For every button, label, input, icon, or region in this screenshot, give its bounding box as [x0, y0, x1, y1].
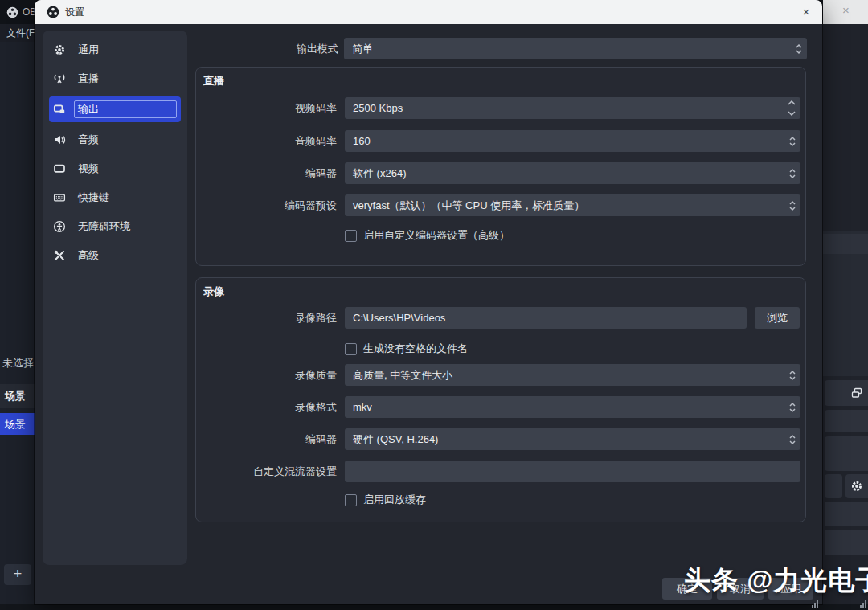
combo-arrows-icon[interactable] — [788, 135, 796, 148]
accessibility-icon — [53, 220, 68, 233]
no-spaces-checkbox[interactable] — [345, 343, 357, 355]
tools-icon — [53, 249, 68, 262]
dock-button-7[interactable] — [825, 530, 868, 555]
sidebar-item-label: 音频 — [74, 131, 177, 149]
copy-icon — [850, 387, 863, 399]
audio-bitrate-select[interactable]: 160 — [345, 130, 800, 152]
sidebar-item-label: 高级 — [74, 247, 177, 264]
dock-button-settings[interactable] — [845, 474, 868, 498]
recording-quality-label: 录像质量 — [196, 364, 337, 386]
broadcast-icon — [53, 72, 68, 85]
stats-bars-icon — [812, 599, 818, 608]
custom-muxer-input[interactable] — [345, 461, 800, 482]
combo-arrows-icon[interactable] — [788, 401, 796, 414]
no-spaces-checkbox-label: 生成没有空格的文件名 — [363, 342, 468, 356]
add-scene-button[interactable]: + — [4, 564, 31, 585]
dock-button-6[interactable] — [825, 502, 868, 526]
audio-bitrate-label: 音频码率 — [196, 130, 337, 152]
right-dock-list-item — [823, 234, 868, 254]
browse-button[interactable]: 浏览 — [755, 307, 800, 329]
right-dock-panel — [823, 231, 868, 376]
recording-format-value: mkv — [353, 401, 372, 413]
scene-list-item[interactable]: 场景 — [0, 413, 35, 435]
scenes-dock-header: 场景 — [0, 384, 35, 408]
main-window-close-icon[interactable]: × — [842, 3, 850, 17]
sidebar-item-accessibility[interactable]: 无障碍环境 — [49, 215, 181, 238]
sidebar-item-audio[interactable]: 音频 — [49, 129, 181, 151]
combo-arrows-icon[interactable] — [788, 199, 796, 212]
main-window-topright: × — [823, 0, 868, 24]
recording-encoder-label: 编码器 — [196, 428, 337, 450]
combo-arrows-icon[interactable] — [788, 433, 796, 446]
video-bitrate-spinner[interactable]: 2500 Kbps — [345, 97, 800, 119]
settings-dialog: 设置 × 通用 直播 输出 音频 视频 — [35, 0, 822, 604]
recording-path-input[interactable] — [345, 307, 747, 329]
sidebar-item-label: 输出 — [74, 100, 177, 118]
dialog-titlebar[interactable]: 设置 × — [35, 0, 822, 24]
stream-encoder-select[interactable]: 软件 (x264) — [345, 162, 800, 184]
spinner-up-icon[interactable] — [788, 100, 796, 105]
main-window-left-strip: 未选择 场景 场景 + — [0, 42, 35, 604]
sidebar-item-advanced[interactable]: 高级 — [49, 244, 181, 267]
scenes-dock-title: 场景 — [5, 389, 26, 403]
dialog-title: 设置 — [65, 6, 84, 19]
recording-quality-value: 高质量, 中等文件大小 — [353, 369, 452, 381]
sidebar-item-label: 无障碍环境 — [74, 218, 177, 235]
sidebar-item-output[interactable]: 输出 — [49, 96, 181, 122]
settings-sidebar: 通用 直播 输出 音频 视频 快捷键 — [43, 31, 187, 565]
obs-logo-icon — [47, 6, 59, 18]
custom-muxer-label: 自定义混流器设置 — [196, 461, 337, 482]
replay-buffer-checkbox[interactable] — [345, 494, 357, 506]
stats-bars-icon — [860, 599, 866, 608]
video-bitrate-label: 视频码率 — [196, 97, 337, 119]
sidebar-item-video[interactable]: 视频 — [49, 158, 181, 180]
dock-button-4[interactable] — [825, 474, 842, 498]
audio-bitrate-value: 160 — [353, 135, 371, 147]
obs-logo-icon — [6, 6, 18, 18]
recording-path-label: 录像路径 — [196, 307, 337, 329]
no-selection-label: 未选择 — [2, 356, 34, 371]
sidebar-item-hotkeys[interactable]: 快捷键 — [49, 186, 181, 209]
encoder-preset-label: 编码器预设 — [196, 194, 337, 216]
menu-file[interactable]: 文件(F) — [0, 24, 35, 42]
recording-group-title: 录像 — [203, 285, 224, 299]
dock-button-2[interactable] — [825, 410, 868, 432]
stream-encoder-value: 软件 (x264) — [353, 167, 406, 179]
encoder-preset-value: veryfast（默认）（中等 CPU 使用率，标准质量） — [353, 199, 584, 211]
speaker-icon — [53, 133, 68, 146]
stream-group: 直播 视频码率 2500 Kbps 音频码率 160 编码器 — [195, 67, 806, 266]
custom-encoder-checkbox-label: 启用自定义编码器设置（高级） — [363, 228, 510, 243]
sidebar-item-general[interactable]: 通用 — [49, 39, 181, 61]
dock-button-3[interactable] — [825, 436, 868, 471]
combo-arrows-icon[interactable] — [788, 369, 796, 382]
output-icon — [53, 103, 68, 116]
status-bar — [0, 604, 868, 610]
sidebar-item-label: 直播 — [74, 70, 177, 88]
output-mode-label: 输出模式 — [190, 38, 338, 59]
sidebar-item-stream[interactable]: 直播 — [49, 68, 181, 90]
screen: OB 文件(F) 未选择 场景 场景 + × — [0, 0, 868, 610]
encoder-preset-select[interactable]: veryfast（默认）（中等 CPU 使用率，标准质量） — [345, 194, 800, 216]
watermark: 头条 @力光电子 — [684, 563, 868, 599]
dock-button-duplicate[interactable] — [825, 380, 868, 406]
output-mode-value: 简单 — [352, 43, 373, 55]
output-mode-select[interactable]: 简单 — [344, 38, 807, 59]
custom-encoder-checkbox[interactable] — [345, 230, 357, 242]
recording-encoder-value: 硬件 (QSV, H.264) — [353, 433, 438, 445]
gear-icon — [53, 43, 68, 56]
dialog-close-icon[interactable]: × — [796, 2, 816, 22]
combo-arrows-icon[interactable] — [795, 43, 803, 55]
recording-format-label: 录像格式 — [196, 396, 337, 418]
recording-encoder-select[interactable]: 硬件 (QSV, H.264) — [345, 428, 800, 450]
recording-group: 录像 录像路径 浏览 生成没有空格的文件名 录像质量 高质量, 中等文件大小 录… — [195, 277, 806, 522]
sidebar-item-label: 快捷键 — [74, 189, 177, 207]
stream-group-title: 直播 — [203, 74, 224, 88]
replay-buffer-checkbox-label: 启用回放缓存 — [363, 493, 426, 507]
keyboard-icon — [53, 191, 68, 204]
combo-arrows-icon[interactable] — [788, 167, 796, 180]
recording-format-select[interactable]: mkv — [345, 396, 800, 418]
recording-quality-select[interactable]: 高质量, 中等文件大小 — [345, 364, 800, 386]
sidebar-item-label: 通用 — [74, 41, 177, 59]
spinner-down-icon[interactable] — [788, 111, 796, 116]
monitor-icon — [53, 162, 68, 175]
